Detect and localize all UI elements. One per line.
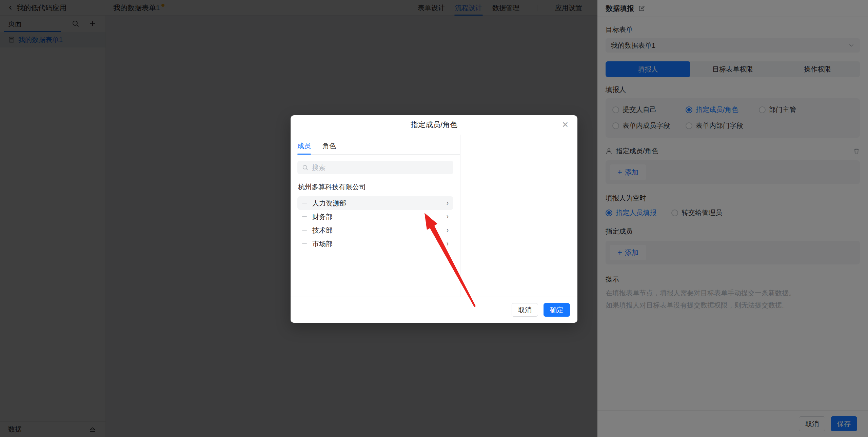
chevron-right-icon[interactable]: › (447, 212, 449, 221)
chevron-right-icon[interactable]: › (447, 239, 449, 248)
modal-footer: 取消 确定 (291, 297, 577, 323)
tab-roles[interactable]: 角色 (322, 141, 336, 155)
modal-cancel-button[interactable]: 取消 (512, 303, 538, 317)
close-icon[interactable]: ✕ (560, 115, 571, 134)
minus-icon (302, 216, 307, 217)
minus-icon (302, 243, 307, 244)
chevron-right-icon[interactable]: › (447, 199, 449, 207)
modal-picker-pane: 成员 角色 杭州多算科技有限公司 人力资源部 › 财务部 (291, 135, 460, 297)
selected-items-pane (460, 135, 577, 297)
modal-header: 指定成员/角色 ✕ (291, 115, 577, 134)
member-role-modal: 指定成员/角色 ✕ 成员 角色 杭州多算科技有限公司 人力资源部 › (291, 115, 577, 323)
search-input[interactable] (312, 164, 449, 172)
search-icon (302, 164, 309, 171)
tree-row-finance[interactable]: 财务部 › (297, 210, 453, 223)
company-name: 杭州多算科技有限公司 (297, 182, 453, 192)
tree-row-tech[interactable]: 技术部 › (297, 223, 453, 237)
modal-ok-button[interactable]: 确定 (544, 303, 570, 317)
member-search-box (297, 161, 453, 174)
modal-title: 指定成员/角色 (411, 120, 457, 130)
chevron-right-icon[interactable]: › (447, 226, 449, 235)
active-tab-indicator (297, 154, 311, 155)
tree-row-hr[interactable]: 人力资源部 › (297, 196, 453, 210)
minus-icon (302, 230, 307, 231)
modal-body: 成员 角色 杭州多算科技有限公司 人力资源部 › 财务部 (291, 135, 577, 297)
tree-row-market[interactable]: 市场部 › (297, 237, 453, 251)
department-tree: 人力资源部 › 财务部 › 技术部 › (297, 196, 453, 251)
minus-icon (302, 203, 307, 203)
modal-tabs: 成员 角色 (297, 135, 453, 155)
tab-members[interactable]: 成员 (297, 141, 311, 155)
